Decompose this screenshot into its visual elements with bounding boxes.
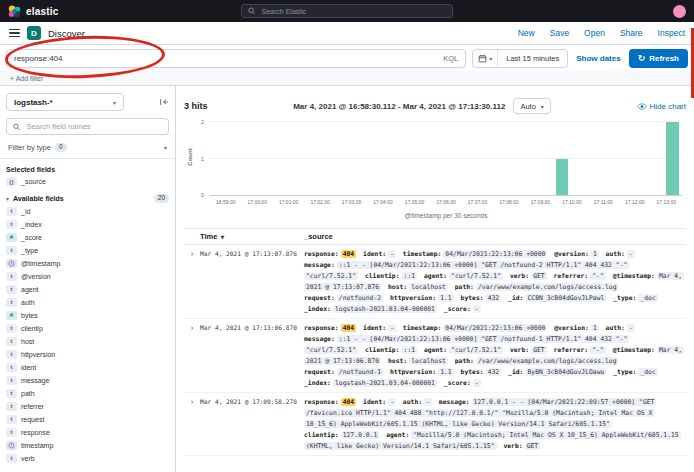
source-field-value: 127.0.0.1 - - [04/Mar/2021:22:09:57 +000…	[304, 398, 656, 428]
time-range-value[interactable]: Last 15 minutes	[498, 54, 567, 63]
histogram-bar[interactable]	[556, 159, 568, 196]
source-field-key: response:	[304, 250, 339, 258]
source-field-key: response:	[304, 324, 339, 332]
source-field-value: 432	[486, 368, 502, 376]
query-text[interactable]: response:404	[14, 54, 437, 63]
navbar-action-new[interactable]: New	[518, 28, 535, 38]
time-cell: Mar 4, 2021 @ 17:13:06.870	[200, 323, 304, 389]
sidebar-field-message[interactable]: tmessage	[6, 376, 169, 385]
field-search[interactable]	[6, 118, 169, 135]
column-header-time[interactable]: Time ▼	[200, 232, 304, 241]
sidebar-field-_index[interactable]: t_index	[6, 220, 169, 229]
sidebar-field-ident[interactable]: tident	[6, 363, 169, 372]
sidebar-field-clientip[interactable]: tclientip	[6, 324, 169, 333]
query-input[interactable]: response:404 KQL	[6, 49, 466, 68]
field-type-t-icon: t	[6, 389, 17, 398]
source-field-key: timestamp:	[403, 324, 441, 332]
global-search-input[interactable]	[260, 7, 446, 16]
navbar-action-open[interactable]: Open	[584, 28, 605, 38]
chart-plot[interactable]: 012	[210, 122, 682, 196]
sidebar-field-_source[interactable]: {}_source	[6, 177, 169, 186]
field-type-num-icon: #	[6, 233, 17, 242]
sidebar-field-_id[interactable]: t_id	[6, 207, 169, 216]
index-pattern-select[interactable]: logstash-* ▾	[6, 93, 124, 111]
sidebar-field-@timestamp[interactable]: @timestamp	[6, 259, 169, 268]
global-search[interactable]	[241, 4, 453, 18]
chevron-down-icon[interactable]: ▾	[6, 195, 9, 202]
source-field-value: GET	[531, 272, 547, 280]
source-field-value: 04/Mar/2021:22:13:06 +0000	[443, 250, 547, 258]
collapse-sidebar-button[interactable]	[159, 97, 169, 107]
source-field-value: -	[627, 324, 635, 332]
source-field-key: clientip:	[365, 272, 400, 280]
histogram-bar[interactable]	[666, 122, 678, 195]
sidebar-field-_score[interactable]: #_score	[6, 233, 169, 242]
source-field-key: _id:	[508, 294, 523, 302]
source-field-value: 1.1	[438, 294, 454, 302]
navbar-action-inspect[interactable]: Inspect	[658, 28, 685, 38]
filter-by-type[interactable]: Filter by type 0 ▾	[6, 142, 169, 153]
x-tick-label: 17:11:00	[594, 199, 613, 205]
field-name: request	[21, 416, 44, 423]
hide-chart-button[interactable]: Hide chart	[637, 102, 686, 111]
sidebar-field-referrer[interactable]: treferrer	[6, 402, 169, 411]
source-field-value-highlight: 404	[341, 250, 357, 258]
sidebar-field-bytes[interactable]: #bytes	[6, 311, 169, 320]
source-field-key: _id:	[508, 368, 523, 376]
x-tick-label: 17:02:00	[310, 199, 329, 205]
search-icon	[13, 123, 20, 131]
y-tick-label: 0	[201, 192, 204, 198]
query-language-button[interactable]: KQL	[443, 54, 458, 63]
source-field-value: logstash-2021.03.04-000001	[333, 305, 437, 313]
refresh-button[interactable]: ↻ Refresh	[629, 49, 688, 68]
sidebar-field-request[interactable]: trequest	[6, 415, 169, 424]
source-field-key: path:	[455, 357, 474, 365]
chevron-down-icon: ▾	[541, 103, 544, 110]
source-field-key: path:	[455, 283, 474, 291]
nav-bar: D Discover NewSaveOpenShareInspect	[0, 22, 694, 45]
source-field-value: ByBN_3cB04dGovJLOawo	[525, 368, 606, 376]
x-tick-label: 17:05:00	[405, 199, 424, 205]
expand-row-button[interactable]: ›	[184, 249, 200, 315]
sidebar-field-_type[interactable]: t_type	[6, 246, 169, 255]
top-bar: elastic	[0, 0, 694, 22]
sidebar-field-timestamp[interactable]: timestamp	[6, 441, 169, 450]
field-name: _index	[21, 221, 42, 228]
field-search-input[interactable]	[24, 121, 162, 132]
hits-count: 3 hits	[184, 101, 208, 111]
source-field-value: ::1	[402, 346, 418, 354]
sidebar-field-auth[interactable]: tauth	[6, 298, 169, 307]
hide-chart-label: Hide chart	[650, 102, 686, 111]
navbar-action-share[interactable]: Share	[620, 28, 643, 38]
chart-xticks: 16:59:0017:00:0017:01:0017:02:0017:03:00…	[210, 198, 682, 207]
field-type-t-icon: t	[6, 415, 17, 424]
navbar-action-save[interactable]: Save	[550, 28, 569, 38]
show-dates-link[interactable]: Show dates	[576, 54, 620, 63]
sidebar-field-response[interactable]: tresponse	[6, 428, 169, 437]
calendar-button[interactable]: ▾	[473, 50, 498, 67]
expand-row-button[interactable]: ›	[184, 397, 200, 452]
source-field-value: 127.0.0.1	[341, 431, 380, 439]
source-field-key: message:	[304, 261, 335, 269]
source-field-key: auth:	[403, 398, 422, 406]
x-tick-label: 17:09:00	[531, 199, 550, 205]
interval-select[interactable]: Auto ▾	[513, 98, 550, 114]
source-field-value: -	[473, 379, 481, 387]
sidebar-field-@version[interactable]: t@version	[6, 272, 169, 281]
sidebar-field-agent[interactable]: tagent	[6, 285, 169, 294]
expand-row-button[interactable]: ›	[184, 323, 200, 389]
field-name: timestamp	[21, 442, 53, 449]
field-type-t-icon: t	[6, 324, 17, 333]
sidebar-field-host[interactable]: thost	[6, 337, 169, 346]
field-name: message	[21, 377, 49, 384]
table-row: ›Mar 4, 2021 @ 17:13:07.876response:404 …	[184, 245, 686, 319]
sidebar-field-httpversion[interactable]: thttpversion	[6, 350, 169, 359]
sidebar-field-verb[interactable]: tverb	[6, 454, 169, 463]
menu-icon[interactable]	[9, 29, 20, 38]
page-title: Discover	[48, 28, 85, 39]
user-avatar[interactable]	[673, 5, 686, 18]
sidebar-field-path[interactable]: tpath	[6, 389, 169, 398]
source-field-key: ident:	[363, 398, 386, 406]
add-filter-button[interactable]: + Add filter	[10, 75, 43, 82]
source-field-value: -	[473, 305, 481, 313]
